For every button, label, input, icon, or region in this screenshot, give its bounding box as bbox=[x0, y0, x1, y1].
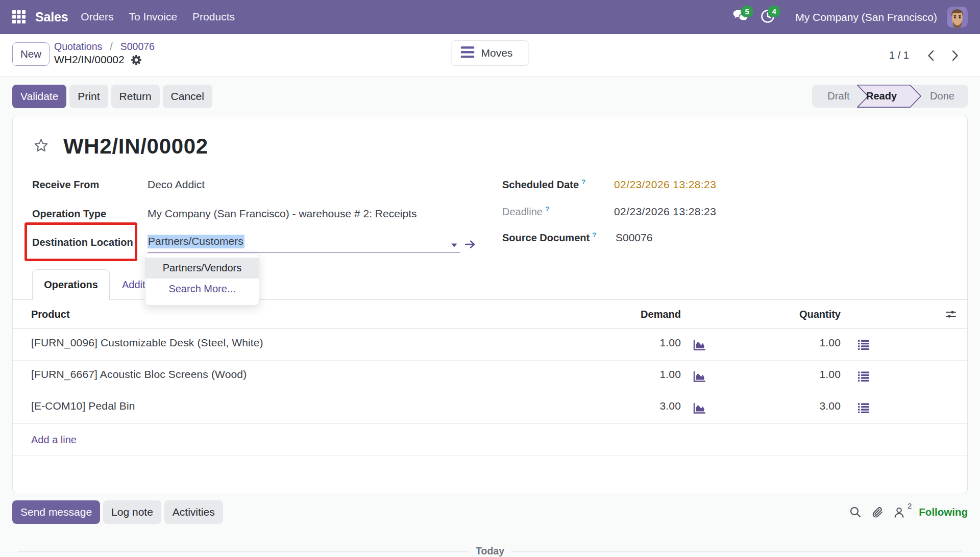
forecast-chart-icon[interactable] bbox=[693, 371, 705, 382]
forecast-chart-icon[interactable] bbox=[693, 339, 705, 350]
status-done[interactable]: Done bbox=[921, 90, 968, 102]
control-panel: New Quotations / S00076 WH2/IN/00002 bbox=[0, 34, 980, 77]
print-button[interactable]: Print bbox=[69, 85, 108, 108]
company-switcher[interactable]: My Company (San Francisco) bbox=[795, 11, 937, 23]
status-ready[interactable]: Ready bbox=[857, 85, 921, 108]
source-document-label: Source Document bbox=[502, 232, 590, 244]
user-avatar[interactable] bbox=[947, 7, 968, 28]
action-bar: Validate Print Return Cancel Draft Ready… bbox=[0, 77, 980, 116]
destination-location-label: Destination Location bbox=[32, 237, 133, 248]
favorite-star-icon[interactable] bbox=[33, 138, 49, 154]
moves-icon bbox=[461, 46, 475, 60]
cell-demand[interactable]: 3.00 bbox=[660, 400, 681, 412]
pager-next-button[interactable] bbox=[949, 49, 961, 62]
detailed-operations-icon[interactable] bbox=[858, 371, 869, 382]
dropdown-caret-icon[interactable] bbox=[451, 240, 457, 244]
today-label: Today bbox=[469, 545, 511, 557]
chevron-left-icon bbox=[927, 50, 934, 61]
today-divider: Today bbox=[18, 545, 962, 557]
deadline-label: Deadline bbox=[502, 206, 543, 218]
detailed-operations-icon[interactable] bbox=[858, 340, 869, 350]
breadcrumb-s00076[interactable]: S00076 bbox=[120, 41, 155, 53]
apps-grid-icon[interactable] bbox=[12, 10, 26, 23]
operation-type-label: Operation Type bbox=[32, 208, 106, 220]
breadcrumb-separator: / bbox=[110, 41, 112, 53]
followers-count: 2 bbox=[908, 501, 912, 510]
menu-to-invoice[interactable]: To Invoice bbox=[129, 11, 178, 23]
menu-orders[interactable]: Orders bbox=[81, 11, 113, 23]
moves-smart-button[interactable]: Moves bbox=[451, 40, 529, 66]
top-navbar: Sales Orders To Invoice Products 5 bbox=[0, 0, 980, 34]
table-row[interactable]: [E-COM10] Pedal Bin 3.00 3.00 bbox=[13, 392, 967, 424]
receive-from-label: Receive From bbox=[32, 179, 99, 191]
source-document-value[interactable]: S00076 bbox=[616, 232, 652, 244]
optional-columns-icon[interactable] bbox=[946, 309, 956, 319]
activities-menu[interactable]: 4 bbox=[760, 10, 775, 25]
table-row[interactable]: [FURN_6667] Acoustic Bloc Screens (Wood)… bbox=[13, 361, 967, 392]
messages-badge: 5 bbox=[741, 6, 753, 17]
cell-quantity[interactable]: 3.00 bbox=[820, 400, 841, 412]
form-sheet: WH2/IN/00002 Receive From Deco Addict Op… bbox=[12, 116, 968, 493]
status-ready-label: Ready bbox=[857, 85, 906, 108]
navbar-left: Sales Orders To Invoice Products bbox=[0, 10, 235, 24]
following-button[interactable]: Following bbox=[919, 506, 968, 518]
cell-quantity[interactable]: 1.00 bbox=[820, 337, 841, 349]
navbar-menu: Orders To Invoice Products bbox=[81, 11, 235, 23]
scheduled-date-label: Scheduled Date bbox=[502, 179, 579, 191]
scheduled-date-help-icon: ? bbox=[581, 178, 585, 186]
scheduled-date-value[interactable]: 02/23/2026 13:28:23 bbox=[614, 179, 716, 191]
moves-label: Moves bbox=[481, 47, 513, 59]
app-name[interactable]: Sales bbox=[35, 10, 68, 24]
column-header-demand[interactable]: Demand bbox=[641, 309, 681, 320]
activities-button[interactable]: Activities bbox=[164, 500, 223, 524]
destination-location-input[interactable]: Partners/Customers bbox=[148, 232, 460, 252]
column-header-quantity[interactable]: Quantity bbox=[799, 309, 841, 320]
return-button[interactable]: Return bbox=[111, 85, 160, 108]
menu-products[interactable]: Products bbox=[192, 11, 235, 23]
pager-value: 1 / 1 bbox=[889, 49, 909, 61]
deadline-value[interactable]: 02/23/2026 13:28:23 bbox=[614, 206, 716, 218]
content-area: WH2/IN/00002 Receive From Deco Addict Op… bbox=[0, 116, 980, 557]
source-document-help-icon: ? bbox=[592, 231, 596, 239]
new-button[interactable]: New bbox=[12, 42, 50, 66]
pager-previous-button[interactable] bbox=[925, 49, 936, 62]
cell-product[interactable]: [E-COM10] Pedal Bin bbox=[31, 400, 135, 412]
followers-button[interactable]: 2 bbox=[892, 505, 905, 519]
forecast-chart-icon[interactable] bbox=[693, 402, 705, 413]
operation-type-value[interactable]: My Company (San Francisco) - warehouse #… bbox=[148, 208, 417, 220]
messages-menu[interactable]: 5 bbox=[733, 10, 748, 25]
cancel-button[interactable]: Cancel bbox=[163, 85, 212, 108]
follower-person-icon bbox=[892, 505, 905, 519]
search-messages-icon[interactable] bbox=[849, 505, 862, 519]
cell-product[interactable]: [FURN_0096] Customizable Desk (Steel, Wh… bbox=[31, 337, 263, 349]
paperclip-icon[interactable] bbox=[871, 505, 884, 519]
breadcrumb-quotations[interactable]: Quotations bbox=[54, 41, 102, 53]
operations-table: Product Demand Quantity [FURN_0096] Cust… bbox=[13, 300, 967, 455]
statusbar: Draft Ready Done bbox=[812, 85, 968, 108]
chevron-right-icon bbox=[952, 50, 959, 61]
log-note-button[interactable]: Log note bbox=[103, 500, 161, 524]
validate-button[interactable]: Validate bbox=[12, 85, 66, 108]
dropdown-search-more[interactable]: Search More... bbox=[145, 278, 259, 299]
detailed-operations-icon[interactable] bbox=[858, 403, 869, 413]
add-a-line-link[interactable]: Add a line bbox=[31, 434, 77, 445]
cell-quantity[interactable]: 1.00 bbox=[820, 368, 841, 381]
breadcrumb-record-name: WH2/IN/00002 bbox=[54, 53, 125, 66]
internal-link-arrow-icon[interactable] bbox=[464, 239, 476, 250]
breadcrumb: Quotations / S00076 WH2/IN/00002 bbox=[54, 41, 155, 66]
gear-icon[interactable] bbox=[131, 55, 141, 65]
navbar-right: 5 4 My Company (San Francisco) bbox=[733, 0, 968, 34]
send-message-button[interactable]: Send message bbox=[12, 500, 100, 524]
dropdown-option-partners-vendors[interactable]: Partners/Vendors bbox=[145, 258, 259, 278]
cell-product[interactable]: [FURN_6667] Acoustic Bloc Screens (Wood) bbox=[31, 368, 247, 381]
destination-location-value[interactable]: Partners/Customers bbox=[148, 235, 244, 248]
receive-from-value[interactable]: Deco Addict bbox=[148, 179, 205, 191]
column-header-product[interactable]: Product bbox=[31, 309, 70, 320]
tab-operations[interactable]: Operations bbox=[32, 269, 110, 300]
cell-demand[interactable]: 1.00 bbox=[660, 337, 681, 349]
cell-demand[interactable]: 1.00 bbox=[660, 368, 681, 381]
chatter: Send message Log note Activities bbox=[0, 500, 980, 524]
deadline-help-icon: ? bbox=[545, 205, 549, 213]
status-draft[interactable]: Draft bbox=[812, 90, 857, 102]
table-row[interactable]: [FURN_0096] Customizable Desk (Steel, Wh… bbox=[13, 329, 967, 361]
